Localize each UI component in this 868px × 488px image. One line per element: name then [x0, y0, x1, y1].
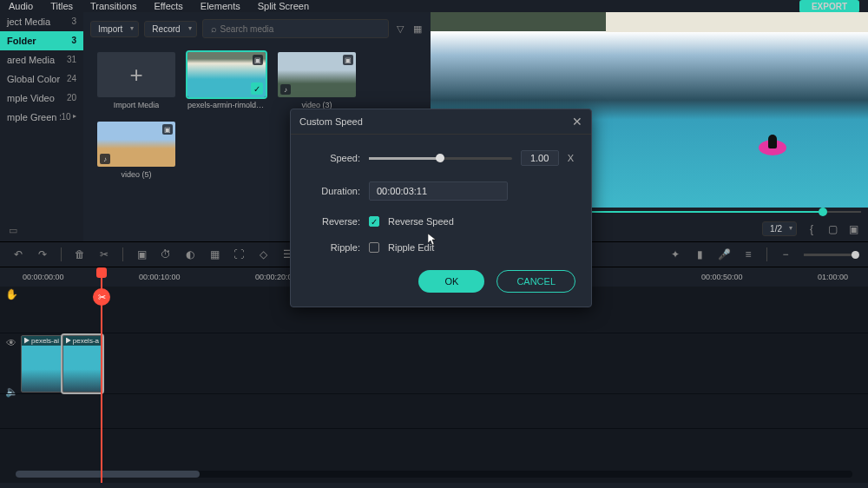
media-clip-1[interactable]: ▣ ✓ pexels-armin-rimoldi-...	[187, 52, 266, 109]
custom-speed-dialog: Custom Speed ✕ Speed: 1.00 X Duration: 0…	[290, 109, 592, 307]
ruler-tick: 00:00:10:00	[139, 267, 255, 287]
search-input[interactable]	[220, 24, 383, 34]
cut-icon[interactable]: ✂	[98, 248, 110, 260]
keyframe-icon[interactable]: ◇	[257, 248, 269, 260]
delete-icon[interactable]: 🗑	[74, 248, 86, 260]
horizontal-scrollbar[interactable]	[16, 471, 852, 478]
sidebar-item-folder[interactable]: Folder 3	[0, 31, 83, 50]
crop-icon[interactable]: ▣	[135, 248, 148, 260]
audio-track[interactable]	[0, 394, 868, 429]
sidebar-item-green-screen[interactable]: mple Green Screen 10 ▸	[0, 108, 83, 127]
sidebar-item-global-color[interactable]: Global Color 24	[0, 69, 83, 89]
play-icon	[24, 338, 30, 344]
monitor-icon[interactable]: ▢	[826, 223, 838, 235]
menu-audio[interactable]: Audio	[9, 1, 33, 11]
speed-value[interactable]: 1.00	[521, 150, 559, 166]
speed-unit: X	[568, 153, 574, 163]
speed-icon[interactable]: ⏱	[160, 248, 172, 260]
menu-elements[interactable]: Elements	[201, 1, 240, 11]
duration-label: Duration:	[308, 186, 360, 196]
reverse-label: Reverse:	[308, 216, 360, 227]
search-box[interactable]: ⌕	[202, 19, 389, 38]
mixer-icon[interactable]: ≡	[742, 248, 754, 260]
close-icon[interactable]: ✕	[572, 115, 582, 129]
plus-icon: +	[129, 62, 142, 89]
play-icon	[66, 338, 71, 344]
media-toolbar: Import Record ⌕ ▽ ▦	[83, 12, 431, 45]
duration-input[interactable]: 00:00:03:11	[369, 181, 508, 201]
menu-split-screen[interactable]: Split Screen	[258, 1, 309, 11]
sidebar-item-label: ject Media	[7, 16, 50, 27]
clip-label: pexels-ai	[31, 337, 59, 345]
ripple-checkbox[interactable]	[369, 242, 379, 253]
clip-label: pexels-a	[73, 337, 99, 345]
filter-icon[interactable]: ▽	[394, 23, 406, 35]
media-label: pexels-armin-rimoldi-...	[187, 101, 266, 109]
grid-view-icon[interactable]: ▦	[411, 23, 424, 35]
zoom-slider[interactable]	[804, 254, 856, 256]
top-menu: Audio Titles Transitions Effects Element…	[0, 0, 868, 12]
sidebar-item-label: Folder	[7, 36, 36, 46]
import-media-tile[interactable]: + Import Media	[97, 52, 175, 109]
dialog-title: Custom Speed	[299, 116, 363, 127]
color-icon[interactable]: ◐	[184, 248, 196, 260]
clip-2[interactable]: pexels-a	[62, 335, 102, 392]
ok-button[interactable]: OK	[418, 270, 484, 293]
speed-slider[interactable]	[369, 157, 512, 160]
menu-titles[interactable]: Titles	[50, 1, 73, 11]
scrollbar-thumb[interactable]	[16, 471, 200, 478]
marker-icon[interactable]: ▮	[694, 248, 706, 260]
sidebar-item-shared-media[interactable]: ared Media 31	[0, 50, 83, 69]
clip-type-icon: ▣	[343, 55, 353, 65]
sidebar-item-label: Global Color	[7, 74, 60, 84]
export-button[interactable]: EXPORT	[799, 0, 859, 13]
zoom-dropdown[interactable]: 1/2	[762, 221, 797, 236]
sidebar-item-count: 31	[67, 55, 76, 65]
bracket-left-icon[interactable]: {	[806, 223, 818, 235]
sidebar-item-label: mple Green Screen	[7, 112, 61, 122]
clip-audio-icon: ♪	[280, 84, 291, 95]
undo-icon[interactable]: ↶	[12, 248, 24, 260]
sidebar-item-count: 3	[71, 16, 76, 27]
menu-transitions[interactable]: Transitions	[90, 1, 136, 11]
playhead[interactable]: ✂	[101, 267, 102, 483]
sidebar: ject Media 3 Folder 3 ared Media 31 Glob…	[0, 12, 83, 241]
render-icon[interactable]: ✦	[669, 248, 681, 260]
check-icon: ✓	[251, 82, 263, 95]
sidebar-item-count: 24	[67, 74, 76, 84]
sidebar-item-count: 20	[67, 93, 76, 103]
sidebar-item-label: ared Media	[7, 55, 55, 65]
menu-effects[interactable]: Effects	[154, 1, 182, 11]
preview-content	[755, 129, 790, 155]
import-dropdown[interactable]: Import	[90, 21, 139, 37]
sidebar-item-count: 10	[61, 112, 70, 122]
sidebar-item-label: mple Video	[7, 93, 55, 103]
clip-audio-icon: ♪	[100, 154, 110, 164]
ruler-tick: 00:00:50:00	[701, 267, 818, 287]
media-label: video (5)	[121, 170, 151, 179]
slider-knob[interactable]	[436, 154, 444, 162]
zoom-out-icon[interactable]: −	[779, 248, 792, 260]
seek-knob[interactable]	[819, 208, 827, 216]
sidebar-item-project-media[interactable]: ject Media 3	[0, 12, 83, 31]
media-clip-3[interactable]: ▣ ♪ video (5)	[97, 122, 175, 179]
split-at-playhead-icon[interactable]: ✂	[93, 288, 110, 306]
fullscreen-icon[interactable]: ⛶	[233, 248, 245, 260]
cancel-button[interactable]: CANCEL	[496, 270, 575, 293]
new-folder-icon[interactable]: ▭	[0, 220, 83, 241]
playhead-handle[interactable]	[96, 267, 107, 278]
clip-1[interactable]: pexels-ai	[21, 335, 62, 392]
ripple-label: Ripple:	[308, 242, 360, 253]
sidebar-item-count: 3	[71, 36, 76, 46]
sidebar-item-sample-video[interactable]: mple Video 20	[0, 89, 83, 108]
media-clip-2[interactable]: ▣ ♪ video (3)	[278, 52, 356, 109]
record-dropdown[interactable]: Record	[144, 21, 196, 37]
voiceover-icon[interactable]: 🎤	[718, 248, 730, 260]
redo-icon[interactable]: ↷	[36, 248, 49, 260]
video-track[interactable]: pexels-ai pexels-a	[0, 333, 868, 394]
clip-type-icon: ▣	[253, 55, 263, 65]
green-screen-icon[interactable]: ▦	[208, 248, 220, 260]
reverse-checkbox[interactable]: ✓	[369, 216, 379, 227]
snapshot-icon[interactable]: ▣	[847, 223, 859, 235]
clip-type-icon: ▣	[162, 124, 173, 135]
